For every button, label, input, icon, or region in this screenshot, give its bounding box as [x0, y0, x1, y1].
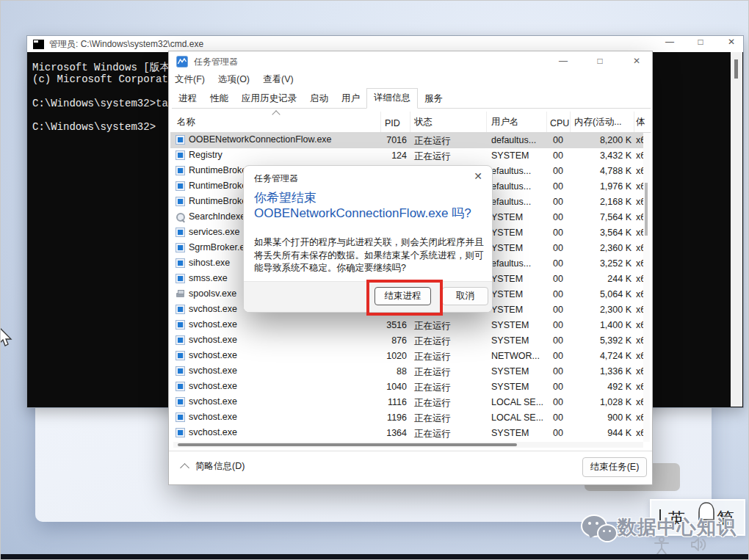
tm-maximize-button[interactable]: □ [592, 56, 608, 66]
process-name: svchost.exe [189, 366, 237, 376]
process-row[interactable]: OOBENetworkConnectionFlow.exe7016正在运行def… [170, 133, 645, 148]
sort-ascending-icon [272, 110, 280, 118]
process-cpu: 00 [553, 135, 563, 145]
task-manager-title: 任务管理器 [194, 56, 238, 68]
process-memory: 900 K [567, 412, 632, 423]
process-memory: 944 K [567, 428, 632, 438]
tm-tab-详细信息[interactable]: 详细信息 [366, 88, 418, 109]
tm-tab-进程[interactable]: 进程 [172, 90, 203, 109]
cmd-titlebar[interactable]: 管理员: C:\Windows\system32\cmd.exe [27, 36, 743, 52]
col-header-cpu[interactable]: CPU [550, 118, 569, 128]
process-table-horizontal-scrollbar[interactable] [173, 442, 643, 448]
bottom-dark-strip [1, 554, 748, 559]
process-status: 正在运行 [414, 412, 451, 425]
tm-menu-item-1[interactable]: 选项(O) [218, 73, 250, 86]
process-row[interactable]: svchost.exe1116正在运行LOCAL SE...001,028 Kx… [170, 395, 645, 410]
process-memory: 2,300 K [567, 305, 632, 315]
process-user: SYSTEM [491, 335, 547, 346]
process-cpu: 00 [553, 274, 563, 284]
watermark-text: 数据中心知识 [618, 514, 737, 540]
cmd-scrollbar[interactable] [731, 52, 742, 407]
wechat-logo-icon [581, 512, 619, 549]
process-name: smss.exe [189, 273, 228, 283]
process-memory: 4,724 K [567, 351, 632, 361]
fewer-details-toggle[interactable]: 简略信息(D) [195, 460, 245, 473]
vertical-scrollbar-thumb[interactable] [645, 183, 648, 236]
tm-tab-服务[interactable]: 服务 [418, 90, 449, 109]
window-process-icon [176, 412, 185, 422]
process-pid: 1364 [377, 428, 407, 438]
process-row[interactable]: svchost.exe876正在运行SYSTEM005,392 Kx64 [170, 333, 645, 349]
process-user: SYSTEM [491, 366, 547, 377]
cmd-scrollbar-thumb[interactable] [734, 59, 738, 79]
cmd-maximize-button[interactable]: □ [693, 37, 708, 47]
col-header-name[interactable]: 名称 [177, 116, 195, 128]
window-process-icon [176, 397, 185, 407]
process-row[interactable]: svchost.exe1020正在运行NETWOR...004,724 Kx64 [170, 349, 645, 364]
tm-tab-启动[interactable]: 启动 [303, 90, 335, 109]
cancel-button[interactable]: 取消 [442, 287, 488, 305]
process-pid: 1040 [377, 382, 407, 392]
process-user: LOCAL SE... [491, 397, 547, 407]
process-memory: 492 K [567, 382, 632, 392]
process-cpu: 00 [553, 150, 563, 161]
tm-tab-性能[interactable]: 性能 [203, 90, 235, 109]
process-cpu: 00 [553, 166, 563, 176]
process-row[interactable]: svchost.exe1196正在运行LOCAL SE...00900 Kx64 [170, 410, 645, 426]
process-row[interactable]: svchost.exe88正在运行SYSTEM001,336 Kx64 [170, 364, 645, 379]
process-cpu: 00 [553, 243, 563, 253]
process-user: efaultus... [491, 197, 547, 207]
cmd-minimize-button[interactable]: — [662, 37, 677, 47]
window-process-icon [176, 258, 185, 268]
screen: 管理员: C:\Windows\system32\cmd.exe — □ ✕ M… [0, 0, 749, 560]
process-user: NETWOR... [491, 351, 547, 361]
process-status: 正在运行 [414, 397, 451, 410]
col-header-user[interactable]: 用户名 [491, 116, 519, 128]
cmd-close-button[interactable]: ✕ [724, 37, 739, 47]
dialog-close-button[interactable]: ✕ [474, 170, 482, 182]
tm-tab-用户[interactable]: 用户 [335, 90, 366, 109]
tm-menu-item-0[interactable]: 文件(F) [175, 73, 205, 86]
process-status: 正在运行 [414, 428, 451, 440]
process-cpu: 00 [553, 382, 563, 392]
collapse-chevron-icon[interactable] [180, 463, 189, 473]
process-pid: 3516 [377, 320, 407, 330]
process-user: SYSTEM [491, 150, 547, 161]
horizontal-scrollbar-thumb[interactable] [178, 443, 517, 446]
process-cpu: 00 [553, 289, 563, 299]
process-row[interactable]: Registry124正在运行SYSTEM003,432 Kx64 [170, 148, 645, 164]
process-row[interactable]: svchost.exe1364正在运行SYSTEM00944 Kx64 [170, 426, 645, 441]
window-process-icon [176, 305, 185, 314]
tm-menu-item-2[interactable]: 查看(V) [263, 73, 294, 86]
col-header-arch[interactable]: 体 [636, 116, 645, 128]
process-memory: 1,028 K [567, 397, 632, 407]
process-row[interactable]: svchost.exe3516正在运行SYSTEM001,400 Kx64 [170, 318, 645, 333]
process-pid: 1020 [377, 351, 407, 361]
process-pid: 876 [377, 335, 407, 346]
process-name: svchost.exe [189, 319, 237, 330]
process-user: YSTEM [491, 274, 547, 284]
mouse-cursor [0, 326, 13, 348]
search-process-icon [176, 212, 185, 222]
process-status: 正在运行 [414, 335, 451, 348]
process-row[interactable]: svchost.exe1040正在运行SYSTEM00492 Kx64 [170, 379, 645, 395]
process-name: svchost.exe [189, 427, 237, 437]
tm-tab-应用历史记录[interactable]: 应用历史记录 [235, 90, 303, 109]
process-cpu: 00 [553, 320, 563, 330]
process-memory: 4,788 K [567, 166, 632, 176]
process-table-vertical-scrollbar[interactable] [643, 133, 650, 442]
end-task-button[interactable]: 结束任务(E) [582, 457, 647, 477]
process-user: YSTEM [491, 228, 547, 238]
end-process-highlight-annotation [366, 280, 443, 316]
window-process-icon [176, 351, 185, 360]
col-header-status[interactable]: 状态 [414, 116, 433, 128]
process-name: spoolsv.exe [189, 288, 236, 299]
tm-minimize-button[interactable]: — [555, 56, 571, 66]
process-memory: 1,336 K [567, 366, 632, 377]
col-header-pid[interactable]: PID [385, 118, 400, 128]
col-header-memory[interactable]: 内存(活动... [574, 116, 622, 128]
process-table-header[interactable]: 名称 PID 状态 用户名 CPU 内存(活动... 体 [170, 110, 651, 133]
process-cpu: 00 [553, 228, 563, 238]
dialog-title: 任务管理器 [254, 172, 298, 185]
tm-close-button[interactable]: ✕ [629, 56, 645, 66]
